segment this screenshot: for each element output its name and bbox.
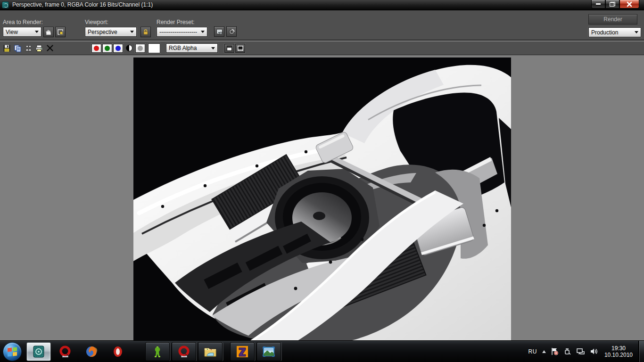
window-controls bbox=[591, 0, 639, 8]
copy-image-icon bbox=[14, 44, 22, 52]
environment-icon bbox=[228, 28, 235, 35]
render-preset-label: Render Preset: bbox=[157, 19, 195, 25]
taskbar-app-red-q-2[interactable] bbox=[172, 342, 196, 361]
viewport-lock-button[interactable] bbox=[140, 27, 151, 37]
render-setup-icon bbox=[216, 28, 223, 35]
render-mode-dropdown[interactable]: Production bbox=[588, 27, 641, 37]
render-preset-dropdown[interactable]: -------------------- bbox=[157, 27, 207, 37]
3ds-max-icon bbox=[32, 345, 46, 359]
viewport-lock-icon bbox=[142, 29, 149, 35]
clock[interactable]: 19:30 10.10.2010 bbox=[604, 345, 633, 358]
alpha-channel-icon bbox=[138, 46, 143, 51]
environment-button[interactable] bbox=[226, 26, 237, 37]
app-window-icon[interactable] bbox=[2, 1, 9, 8]
safely-remove-button[interactable] bbox=[563, 347, 571, 355]
chevron-down-icon bbox=[211, 47, 215, 51]
viewport-label: Viewport: bbox=[85, 19, 108, 25]
volume-icon bbox=[590, 347, 598, 355]
red-channel-button[interactable] bbox=[91, 44, 101, 53]
safely-remove-icon bbox=[563, 347, 571, 355]
chevron-down-icon bbox=[35, 31, 39, 35]
taskbar-app-qip[interactable] bbox=[145, 342, 170, 361]
rendered-image[interactable] bbox=[133, 58, 511, 340]
save-image-icon bbox=[3, 44, 11, 52]
taskbar: RU bbox=[0, 340, 644, 362]
network-icon bbox=[576, 347, 585, 355]
start-button[interactable] bbox=[3, 342, 22, 361]
tray-time: 19:30 bbox=[611, 345, 626, 352]
clear-icon bbox=[46, 44, 54, 52]
copy-image-button[interactable] bbox=[13, 43, 22, 53]
print-image-icon bbox=[35, 44, 43, 52]
taskbar-app-red-q[interactable] bbox=[53, 342, 77, 361]
toggle-overlay-button[interactable] bbox=[224, 44, 234, 53]
red-q-icon bbox=[177, 345, 191, 359]
close-icon bbox=[627, 1, 632, 7]
edit-region-icon bbox=[57, 29, 64, 35]
blue-channel-button[interactable] bbox=[113, 44, 123, 53]
show-desktop-button[interactable] bbox=[638, 341, 644, 362]
window-title: Perspective, frame 0, RGBA Color 16 Bits… bbox=[12, 1, 153, 8]
taskbar-app-explorer[interactable] bbox=[198, 342, 223, 361]
network-button[interactable] bbox=[576, 347, 585, 355]
taskbar-app-firefox[interactable] bbox=[79, 342, 104, 361]
red-q-icon bbox=[58, 345, 72, 359]
toggle-overlay-icon bbox=[226, 45, 232, 51]
image-tools-toolbar: RGB Alpha bbox=[0, 41, 644, 55]
desktop: { "window": { "title": "Perspective, fra… bbox=[0, 0, 644, 362]
taskbar-app-image-viewer[interactable] bbox=[256, 342, 281, 361]
opera-icon bbox=[111, 345, 125, 359]
area-to-render-label: Area to Render: bbox=[3, 19, 43, 25]
toggle-screen-icon bbox=[237, 45, 244, 51]
alpha-channel-button[interactable] bbox=[135, 44, 145, 53]
save-image-button[interactable] bbox=[2, 43, 11, 53]
channel-display-dropdown[interactable]: RGB Alpha bbox=[166, 43, 218, 53]
taskbar-app-zbrush[interactable] bbox=[230, 342, 255, 361]
pan-hand-icon bbox=[45, 29, 52, 35]
action-center-flag-icon bbox=[551, 347, 559, 355]
action-center-button[interactable] bbox=[551, 347, 559, 355]
windows-flag-icon bbox=[8, 347, 17, 356]
minimize-icon bbox=[596, 3, 601, 5]
clone-window-icon bbox=[25, 44, 33, 52]
system-tray: RU bbox=[528, 341, 644, 362]
area-to-render-dropdown[interactable]: View bbox=[3, 27, 41, 37]
taskbar-app-opera[interactable] bbox=[106, 342, 130, 361]
print-image-button[interactable] bbox=[34, 43, 44, 53]
folder-icon bbox=[203, 345, 217, 359]
pan-region-button[interactable] bbox=[43, 27, 54, 37]
firefox-icon bbox=[84, 345, 99, 359]
car-render bbox=[133, 58, 511, 340]
clone-window-button[interactable] bbox=[24, 43, 33, 53]
taskbar-app-3ds-max[interactable] bbox=[26, 342, 51, 361]
qip-icon bbox=[150, 345, 165, 359]
title-bar: Perspective, frame 0, RGBA Color 16 Bits… bbox=[0, 0, 644, 10]
close-button[interactable] bbox=[619, 0, 639, 8]
restore-button[interactable] bbox=[605, 0, 619, 8]
green-channel-icon bbox=[105, 46, 110, 51]
monochrome-button[interactable] bbox=[126, 45, 132, 51]
green-channel-button[interactable] bbox=[102, 44, 112, 53]
rendered-frame-viewport bbox=[0, 55, 644, 340]
render-button[interactable]: Render bbox=[588, 14, 637, 25]
edit-region-button[interactable] bbox=[55, 27, 66, 37]
chevron-down-icon bbox=[635, 31, 638, 35]
color-swatch[interactable] bbox=[148, 43, 160, 53]
hidden-icons-chevron[interactable] bbox=[542, 348, 546, 353]
render-setup-button[interactable] bbox=[214, 26, 224, 37]
red-channel-icon bbox=[94, 46, 99, 51]
minimize-button[interactable] bbox=[591, 0, 605, 8]
clear-button[interactable] bbox=[45, 43, 55, 53]
viewport-dropdown[interactable]: Perspective bbox=[85, 27, 137, 37]
tray-date: 10.10.2010 bbox=[604, 352, 633, 358]
restore-icon bbox=[610, 2, 615, 7]
zbrush-icon bbox=[235, 345, 249, 359]
volume-button[interactable] bbox=[590, 347, 598, 355]
chevron-down-icon bbox=[201, 31, 205, 35]
chevron-down-icon bbox=[130, 31, 134, 35]
blue-channel-icon bbox=[116, 46, 121, 51]
image-viewer-icon bbox=[262, 345, 276, 359]
toggle-screen-button[interactable] bbox=[235, 44, 245, 53]
render-controls-toolbar: Area to Render: View Viewport: Perspecti… bbox=[0, 10, 644, 41]
language-indicator[interactable]: RU bbox=[528, 348, 537, 355]
